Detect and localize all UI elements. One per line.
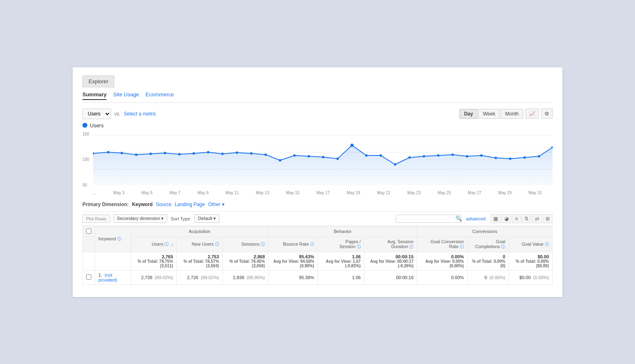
- row1-checkbox[interactable]: [86, 274, 91, 280]
- total-new-users-cell: 2,753 % of Total: 78.57% (3,504): [177, 252, 223, 270]
- svg-point-27: [409, 156, 411, 159]
- svg-marker-4: [93, 145, 553, 184]
- svg-point-15: [236, 151, 238, 154]
- nav-tabs: Summary Site Usage Ecommerce: [82, 91, 553, 103]
- pages-info-icon: ⓘ: [357, 244, 361, 249]
- line-chart-button[interactable]: 📈: [526, 109, 539, 119]
- goal-completions-col-header[interactable]: GoalCompletions ⓘ: [467, 237, 509, 252]
- row1-check-cell[interactable]: [83, 270, 95, 284]
- total-avg-session-cell: 00:00:15 Avg for View: 00:00:17 (-9.26%): [364, 252, 417, 270]
- total-users-cell: 2,765 % of Total: 78.75% (3,511): [131, 252, 177, 270]
- svg-point-25: [380, 154, 382, 157]
- new-users-col-header[interactable]: New Users ⓘ: [177, 237, 223, 252]
- svg-point-6: [107, 151, 109, 153]
- day-button[interactable]: Day: [460, 109, 477, 119]
- table-toolbar: Plot Rows Secondary dimension ▾ Sort Typ…: [82, 211, 553, 226]
- svg-point-32: [480, 154, 483, 157]
- row1-keyword-cell: 1. (not provided): [95, 270, 131, 284]
- svg-point-10: [164, 152, 166, 154]
- x-label-dots: ...: [93, 191, 96, 195]
- search-input[interactable]: [396, 215, 461, 223]
- x-label-may11: May 11: [226, 191, 239, 195]
- total-row: 2,765 % of Total: 78.75% (3,511) 2,753 %…: [83, 252, 553, 270]
- grid-view-button[interactable]: ▦: [491, 214, 501, 223]
- svg-point-34: [509, 158, 511, 160]
- table-row: 1. (not provided) 2,738 (99.02%) 2,726 (…: [83, 270, 553, 284]
- primary-dimension: Primary Dimension: Keyword Source Landin…: [82, 202, 553, 207]
- sort-default-button[interactable]: Default ▾: [194, 214, 220, 223]
- dim-keyword[interactable]: Keyword: [132, 202, 153, 207]
- svg-point-17: [264, 153, 267, 156]
- bar-chart-button[interactable]: ⚙: [541, 109, 553, 119]
- total-keyword-cell: [95, 252, 131, 270]
- dim-landing-page[interactable]: Landing Page: [175, 202, 205, 207]
- y-label-50: 50: [82, 183, 89, 187]
- select-metric-link[interactable]: Select a metric: [124, 111, 156, 117]
- svg-point-28: [423, 155, 425, 158]
- compare-view-button[interactable]: ⇄: [532, 214, 542, 223]
- svg-point-18: [279, 159, 281, 162]
- chart-legend: Users: [82, 122, 553, 129]
- custom-view-button[interactable]: ⊞: [543, 214, 553, 223]
- sessions-col-header[interactable]: Sessions ⓘ: [222, 237, 269, 252]
- advanced-link[interactable]: advanced: [466, 216, 486, 221]
- tab-ecommerce[interactable]: Ecommerce: [146, 91, 174, 100]
- total-sessions-cell: 2,868 % of Total: 78.45% (3,656): [222, 252, 269, 270]
- dim-other[interactable]: Other ▾: [208, 202, 224, 207]
- users-col-header[interactable]: Users ⓘ ↓: [131, 237, 177, 252]
- chart-y-labels: 150 100 50: [82, 131, 89, 188]
- x-label-may9: May 9: [198, 191, 209, 195]
- svg-point-21: [322, 156, 324, 158]
- secondary-dimension-button[interactable]: Secondary dimension ▾: [113, 214, 168, 223]
- check-col-2: [83, 237, 95, 252]
- search-icon: 🔍: [455, 215, 462, 222]
- x-label-may23: May 23: [407, 191, 421, 195]
- metric-dropdown[interactable]: Users: [82, 109, 111, 119]
- goal-value-col-header[interactable]: Goal Value ⓘ: [509, 237, 553, 252]
- avg-session-col-header[interactable]: Avg. SessionDuration ⓘ: [364, 237, 417, 252]
- total-goal-value-cell: $0.00 % of Total: 0.00% ($0.00): [509, 252, 553, 270]
- goal-conv-rate-col-header[interactable]: Goal ConversionRate ⓘ: [417, 237, 467, 252]
- y-label-100: 100: [82, 157, 89, 162]
- svg-point-24: [365, 154, 368, 157]
- svg-point-14: [221, 153, 224, 155]
- users-sort-arrow: ↓: [171, 242, 173, 246]
- avg-session-info-icon: ⓘ: [409, 244, 413, 249]
- svg-point-19: [293, 154, 296, 157]
- total-goal-completions-cell: 0 % of Total: 0.00% (0): [467, 252, 509, 270]
- acquisition-group-header: Acquisition: [131, 226, 269, 237]
- list-view-button[interactable]: ≡: [512, 214, 521, 223]
- svg-point-12: [193, 152, 195, 155]
- svg-point-23: [351, 144, 354, 147]
- vs-label: vs.: [114, 111, 120, 117]
- svg-point-8: [135, 153, 138, 156]
- tab-summary[interactable]: Summary: [82, 91, 107, 100]
- check-all-checkbox[interactable]: [86, 229, 91, 234]
- svg-point-30: [451, 153, 454, 156]
- x-label-may25: May 25: [437, 191, 451, 195]
- behavior-group-header: Behavior: [269, 226, 417, 237]
- pie-view-button[interactable]: ◕: [502, 214, 511, 223]
- explorer-tab[interactable]: Explorer: [82, 75, 114, 87]
- x-label-may7: May 7: [169, 191, 180, 195]
- bounce-rate-col-header[interactable]: Bounce Rate ⓘ: [269, 237, 318, 252]
- plot-rows-button[interactable]: Plot Rows: [82, 215, 110, 223]
- month-button[interactable]: Month: [501, 109, 523, 119]
- row1-sessions-cell: 2,838 (98.95%): [222, 270, 269, 284]
- x-label-may19: May 19: [347, 191, 360, 195]
- svg-point-31: [466, 155, 468, 158]
- pages-session-col-header[interactable]: Pages /Session ⓘ: [318, 237, 364, 252]
- conversions-group-header: Conversions: [417, 226, 553, 237]
- keyword-info-icon: ⓘ: [117, 237, 121, 241]
- main-card: Explorer Summary Site Usage Ecommerce Us…: [73, 67, 562, 297]
- week-button[interactable]: Week: [478, 109, 500, 119]
- time-controls: Day Week Month 📈 ⚙: [460, 109, 553, 119]
- x-label-may21: May 21: [377, 191, 391, 195]
- tab-site-usage[interactable]: Site Usage: [113, 91, 139, 100]
- svg-point-22: [336, 158, 339, 160]
- svg-point-29: [437, 154, 440, 157]
- pivot-view-button[interactable]: ⇅: [522, 214, 531, 223]
- dim-source[interactable]: Source: [156, 202, 171, 207]
- svg-point-11: [178, 153, 181, 155]
- row1-pages-session-cell: 1.06: [318, 270, 364, 284]
